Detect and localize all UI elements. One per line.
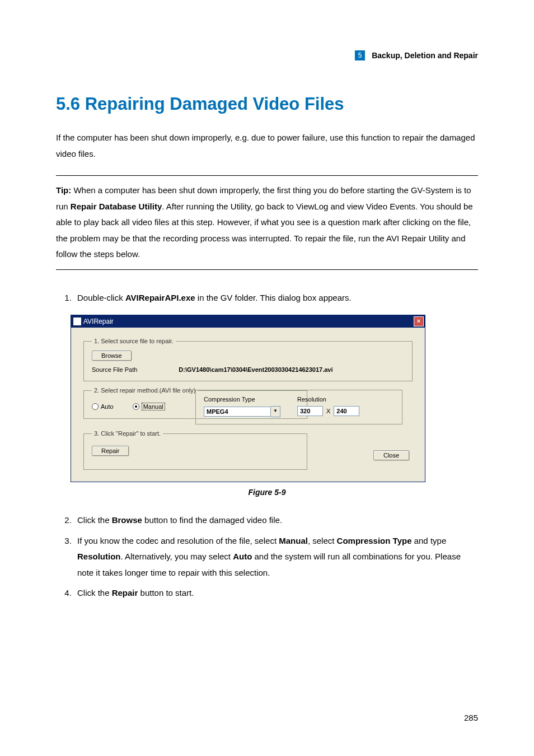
- repair-button[interactable]: Repair: [92, 446, 129, 456]
- intro-paragraph: If the computer has been shut down impro…: [56, 130, 478, 162]
- close-icon[interactable]: ×: [414, 316, 424, 326]
- step3-t3: and type: [412, 536, 447, 545]
- group1-legend: 1. Select source file to repair.: [92, 338, 176, 344]
- close-button[interactable]: Close: [373, 450, 409, 460]
- resolution-x: X: [326, 408, 330, 414]
- step3-b1: Manual: [279, 536, 308, 545]
- step2-post: button to find the damaged video file.: [142, 515, 282, 525]
- figure-caption: Figure 5-9: [56, 488, 478, 497]
- step1-pre: Double-click: [77, 293, 125, 302]
- step-1: Double-click AVIRepairAPI.exe in the GV …: [74, 290, 478, 306]
- group3-legend: 3. Click "Repair" to start.: [92, 430, 163, 437]
- tip-bold-1: Repair Database Utility: [71, 202, 162, 211]
- step3-b4: Auto: [233, 552, 252, 561]
- chevron-down-icon[interactable]: ▼: [271, 406, 280, 417]
- tip-box: Tip: When a computer has been shut down …: [56, 175, 478, 270]
- step2-bold: Browse: [112, 515, 142, 525]
- radio-icon: [133, 403, 139, 410]
- step2-pre: Click the: [77, 515, 112, 525]
- compression-type-select[interactable]: [204, 407, 271, 417]
- compression-settings: Compression Type ▼ Resolution X: [195, 390, 402, 424]
- radio-manual-label: Manual: [142, 403, 165, 410]
- resolution-label: Resolution: [297, 396, 359, 403]
- group2-legend: 2. Select repair method.(AVI file only): [92, 387, 198, 394]
- radio-manual[interactable]: Manual: [133, 403, 165, 410]
- dialog-title-bar: AVIRepair ×: [71, 315, 425, 328]
- radio-auto[interactable]: Auto: [92, 403, 114, 410]
- browse-button[interactable]: Browse: [92, 351, 132, 361]
- source-path-label: Source File Path: [92, 366, 137, 373]
- chapter-number-badge: 5: [355, 50, 365, 60]
- step4-post: button to start.: [138, 588, 194, 598]
- resolution-height-input[interactable]: [334, 406, 359, 416]
- step-2: Click the Browse button to find the dama…: [74, 512, 478, 529]
- dialog-title: AVIRepair: [83, 318, 114, 325]
- step1-post: in the GV folder. This dialog box appear…: [195, 293, 352, 302]
- app-icon: [73, 318, 81, 325]
- step3-t2: , select: [308, 536, 337, 545]
- avirepair-dialog: AVIRepair × 1. Select source file to rep…: [71, 315, 425, 482]
- step3-b3: Resolution: [77, 552, 121, 561]
- tip-label: Tip:: [56, 185, 71, 195]
- chapter-title: Backup, Deletion and Repair: [372, 51, 478, 60]
- step3-b2: Compression Type: [337, 536, 412, 545]
- compression-label: Compression Type: [204, 396, 280, 403]
- step-4: Click the Repair button to start.: [74, 585, 478, 601]
- step4-bold: Repair: [112, 588, 138, 598]
- group-select-source: 1. Select source file to repair. Browse …: [83, 338, 413, 381]
- step4-pre: Click the: [77, 588, 112, 598]
- page-number: 285: [464, 713, 478, 722]
- step3-t1: If you know the codec and resolution of …: [77, 536, 279, 545]
- resolution-width-input[interactable]: [297, 406, 323, 416]
- chapter-header: 5 Backup, Deletion and Repair: [56, 50, 478, 60]
- step3-t4: . Alternatively, you may select: [121, 552, 233, 561]
- page-title: 5.6 Repairing Damaged Video Files: [56, 94, 478, 114]
- step-3: If you know the codec and resolution of …: [74, 533, 478, 581]
- step1-bold: AVIRepairAPI.exe: [125, 293, 195, 302]
- radio-icon: [92, 403, 99, 410]
- source-path-value: D:\GV1480\cam17\0304\Event20030304214623…: [179, 366, 332, 373]
- radio-auto-label: Auto: [101, 403, 114, 410]
